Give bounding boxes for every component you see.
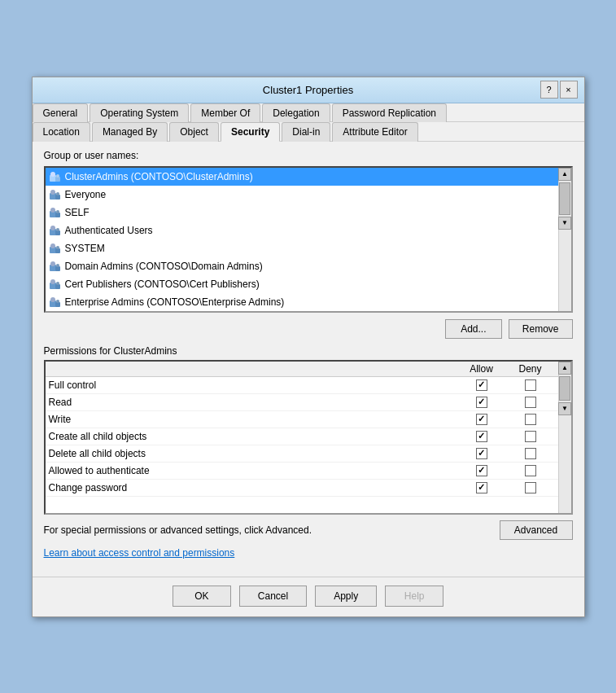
svg-point-19 bbox=[56, 246, 59, 249]
perm-col-deny: Deny bbox=[506, 363, 555, 375]
user-item[interactable]: Authenticated Users bbox=[46, 221, 558, 239]
svg-point-23 bbox=[56, 264, 59, 267]
user-group-icon bbox=[49, 242, 62, 255]
perm-allow-cell bbox=[457, 448, 506, 459]
perm-scroll-down[interactable]: ▼ bbox=[558, 402, 571, 415]
user-item[interactable]: SYSTEM bbox=[46, 239, 558, 257]
allow-checkbox[interactable] bbox=[476, 397, 487, 408]
perm-scrollbar[interactable]: ▲ ▼ bbox=[558, 362, 571, 513]
title-bar-buttons: ? × bbox=[540, 81, 578, 99]
tab-operating-system[interactable]: Operating System bbox=[90, 103, 189, 122]
advanced-button[interactable]: Advanced bbox=[500, 520, 573, 540]
perm-name-label: Allowed to authenticate bbox=[49, 465, 457, 476]
svg-point-3 bbox=[56, 174, 59, 178]
deny-checkbox[interactable] bbox=[525, 482, 536, 493]
tab-dial-in[interactable]: Dial-in bbox=[282, 122, 330, 142]
user-item-label: Cert Publishers (CONTOSO\Cert Publishers… bbox=[65, 279, 260, 290]
user-group-icon bbox=[49, 224, 62, 237]
deny-checkbox[interactable] bbox=[525, 397, 536, 408]
deny-checkbox[interactable] bbox=[525, 465, 536, 476]
permissions-label: Permissions for ClusterAdmins bbox=[44, 345, 573, 357]
tab-delegation[interactable]: Delegation bbox=[262, 103, 330, 122]
perm-row: Allowed to authenticate bbox=[46, 463, 558, 480]
apply-button[interactable]: Apply bbox=[315, 586, 377, 607]
scroll-down-btn[interactable]: ▼ bbox=[558, 217, 571, 230]
help-button[interactable]: ? bbox=[540, 81, 558, 99]
perm-row: Read bbox=[46, 394, 558, 411]
perm-col-allow: Allow bbox=[457, 363, 506, 375]
perm-scroll-up[interactable]: ▲ bbox=[558, 362, 571, 375]
tab-managed-by[interactable]: Managed By bbox=[92, 122, 168, 142]
advanced-row: For special permissions or advanced sett… bbox=[44, 518, 573, 542]
user-list-scrollbar[interactable]: ▲ ▼ bbox=[558, 168, 571, 311]
cancel-button[interactable]: Cancel bbox=[239, 586, 307, 607]
add-button[interactable]: Add... bbox=[445, 319, 502, 339]
tab-location[interactable]: Location bbox=[33, 122, 90, 142]
user-group-icon bbox=[49, 188, 62, 201]
add-remove-row: Add... Remove bbox=[44, 319, 573, 339]
svg-point-15 bbox=[56, 228, 59, 231]
user-item[interactable]: Everyone bbox=[46, 186, 558, 204]
perm-scroll-thumb[interactable] bbox=[559, 376, 570, 401]
perm-col-name bbox=[49, 363, 457, 375]
permissions-table-container: Allow Deny Full controlReadWriteCreate a… bbox=[44, 360, 573, 515]
svg-point-7 bbox=[56, 192, 59, 195]
svg-point-13 bbox=[50, 226, 55, 230]
svg-point-1 bbox=[50, 172, 55, 177]
user-item[interactable]: ClusterAdmins (CONTOSO\ClusterAdmins) bbox=[46, 168, 558, 186]
allow-checkbox[interactable] bbox=[476, 414, 487, 425]
tab-attribute-editor[interactable]: Attribute Editor bbox=[332, 122, 417, 142]
user-list[interactable]: ClusterAdmins (CONTOSO\ClusterAdmins) Ev… bbox=[46, 168, 558, 311]
deny-checkbox[interactable] bbox=[525, 379, 536, 391]
user-list-container: ClusterAdmins (CONTOSO\ClusterAdmins) Ev… bbox=[44, 166, 573, 313]
perm-name-label: Create all child objects bbox=[49, 431, 457, 442]
perm-name-label: Full control bbox=[49, 379, 457, 391]
perm-deny-cell bbox=[506, 397, 555, 408]
allow-checkbox[interactable] bbox=[476, 482, 487, 493]
user-item[interactable]: Enterprise Admins (CONTOSO\Enterprise Ad… bbox=[46, 293, 558, 311]
perm-row: Full control bbox=[46, 377, 558, 394]
help-footer-button: Help bbox=[385, 586, 443, 607]
svg-point-9 bbox=[50, 208, 55, 213]
svg-point-11 bbox=[56, 210, 59, 213]
perm-deny-cell bbox=[506, 482, 555, 493]
perm-allow-cell bbox=[457, 482, 506, 493]
scroll-up-btn[interactable]: ▲ bbox=[558, 168, 571, 181]
tab-password-replication[interactable]: Password Replication bbox=[332, 103, 447, 122]
scroll-thumb[interactable] bbox=[559, 182, 570, 215]
perm-deny-cell bbox=[506, 379, 555, 391]
user-item[interactable]: Domain Admins (CONTOSO\Domain Admins) bbox=[46, 257, 558, 275]
tab-general[interactable]: General bbox=[33, 103, 89, 122]
allow-checkbox[interactable] bbox=[476, 448, 487, 459]
permissions-rows: Full controlReadWriteCreate all child ob… bbox=[46, 377, 558, 497]
ok-button[interactable]: OK bbox=[173, 586, 231, 607]
user-group-icon bbox=[49, 170, 62, 183]
group-label: Group or user names: bbox=[44, 150, 573, 161]
deny-checkbox[interactable] bbox=[525, 414, 536, 425]
learn-link[interactable]: Learn about access control and permissio… bbox=[44, 547, 573, 559]
window-title: Cluster1 Properties bbox=[76, 84, 540, 96]
content-area: Group or user names: ClusterAdmins (CONT… bbox=[33, 142, 584, 577]
perm-deny-cell bbox=[506, 414, 555, 425]
remove-button[interactable]: Remove bbox=[509, 319, 573, 339]
allow-checkbox[interactable] bbox=[476, 431, 487, 442]
perm-row: Change password bbox=[46, 480, 558, 497]
allow-checkbox[interactable] bbox=[476, 379, 487, 391]
close-button[interactable]: × bbox=[560, 81, 578, 99]
perm-allow-cell bbox=[457, 379, 506, 391]
tab-member-of[interactable]: Member Of bbox=[190, 103, 260, 122]
user-item-label: Everyone bbox=[65, 189, 107, 200]
svg-point-21 bbox=[50, 261, 55, 266]
tab-security[interactable]: Security bbox=[221, 122, 280, 142]
user-item[interactable]: Cert Publishers (CONTOSO\Cert Publishers… bbox=[46, 275, 558, 293]
tab-object[interactable]: Object bbox=[169, 122, 219, 142]
allow-checkbox[interactable] bbox=[476, 465, 487, 476]
user-group-icon bbox=[49, 296, 62, 309]
svg-point-27 bbox=[56, 282, 59, 285]
deny-checkbox[interactable] bbox=[525, 431, 536, 442]
user-group-icon bbox=[49, 206, 62, 219]
user-group-icon bbox=[49, 278, 62, 291]
deny-checkbox[interactable] bbox=[525, 448, 536, 459]
user-item[interactable]: SELF bbox=[46, 204, 558, 221]
svg-point-5 bbox=[50, 190, 55, 195]
